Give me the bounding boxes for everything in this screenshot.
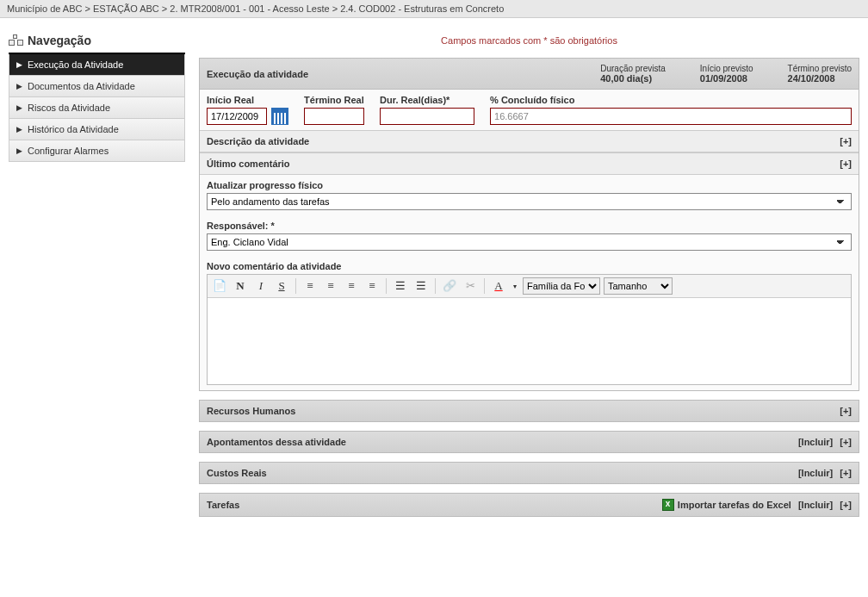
label-concluido: % Concluído físico	[490, 95, 852, 105]
panel-apontamentos: Apontamentos dessa atividade [Incluir] […	[199, 431, 859, 453]
bold-icon[interactable]: N	[232, 277, 249, 295]
nav-label: Histórico da Atividade	[28, 124, 119, 134]
dur-real-input[interactable]	[380, 108, 474, 125]
termino-real-input[interactable]	[304, 108, 364, 125]
link-icon[interactable]: 🔗	[441, 277, 458, 295]
excel-icon	[662, 499, 674, 511]
meta-label: Término previsto	[788, 64, 852, 73]
triangle-icon: ▶	[16, 146, 22, 155]
nav-item-historico[interactable]: ▶ Histórico da Atividade	[9, 119, 185, 140]
align-left-icon[interactable]: ≡	[301, 277, 319, 295]
nav-item-riscos[interactable]: ▶ Riscos da Atividade	[9, 97, 185, 119]
atualizar-select[interactable]: Pelo andamento das tarefas	[207, 193, 852, 210]
text-color-icon[interactable]: A	[490, 277, 507, 295]
meta-value: 01/09/2008	[700, 73, 753, 84]
nav-label: Execução da Atividade	[28, 59, 123, 70]
align-center-icon[interactable]: ≡	[322, 277, 339, 295]
meta-value: 24/10/2008	[788, 73, 852, 84]
expand-icon[interactable]: [+]	[840, 406, 852, 416]
nav-label: Configurar Alarmes	[28, 146, 108, 156]
sidebar: Navegação ▶ Execução da Atividade ▶ Docu…	[9, 30, 185, 525]
calendar-icon[interactable]	[271, 108, 288, 125]
panel-header-execucao: Execução da atividade Duração prevista 4…	[200, 59, 859, 90]
text-color-dropdown-icon[interactable]: ▾	[511, 277, 519, 295]
italic-icon[interactable]: I	[252, 277, 270, 295]
label-inicio-real: Início Real	[207, 95, 288, 105]
sub-title: Descrição da atividade	[207, 136, 309, 146]
align-right-icon[interactable]: ≡	[343, 277, 360, 295]
label-responsavel: Responsável: *	[207, 221, 852, 231]
meta-label: Duração prevista	[600, 64, 666, 73]
org-chart-icon	[9, 34, 22, 47]
triangle-icon: ▶	[16, 82, 22, 90]
expand-icon[interactable]: [+]	[840, 468, 852, 478]
panel-tarefas: Tarefas Importar tarefas do Excel [Inclu…	[199, 493, 859, 517]
editor-textarea[interactable]	[208, 298, 851, 384]
breadcrumb: Município de ABC > ESTAÇÃO ABC > 2. MTR2…	[0, 0, 868, 18]
meta-value: 40,00 dia(s)	[600, 73, 666, 84]
panel-title: Execução da atividade	[207, 69, 308, 79]
editor-toolbar: 📄 N I S ≡ ≡ ≡ ≡ ☰ ☰ 🔗 ✂	[208, 275, 851, 298]
expand-icon[interactable]: [+]	[840, 437, 852, 447]
bullet-list-icon[interactable]: ☰	[392, 277, 409, 295]
nav-label: Riscos da Atividade	[28, 103, 110, 113]
new-doc-icon[interactable]: 📄	[211, 277, 228, 295]
align-justify-icon[interactable]: ≡	[363, 277, 381, 295]
nav-item-execucao[interactable]: ▶ Execução da Atividade	[9, 54, 185, 76]
expand-icon[interactable]: [+]	[840, 136, 852, 146]
nav-label: Documentos da Atividade	[28, 81, 135, 91]
incluir-link[interactable]: [Incluir]	[798, 437, 833, 447]
label-termino-real: Término Real	[304, 95, 364, 105]
panel-custos-reais: Custos Reais [Incluir] [+]	[199, 462, 859, 484]
incluir-link[interactable]: [Incluir]	[798, 468, 833, 478]
sub-ultimo-comentario[interactable]: Último comentário [+]	[200, 152, 859, 175]
triangle-icon: ▶	[16, 125, 22, 134]
label-atualizar: Atualizar progresso físico	[207, 180, 852, 190]
triangle-icon: ▶	[16, 60, 22, 69]
panel-title: Tarefas	[207, 500, 239, 510]
panel-execucao: Execução da atividade Duração prevista 4…	[199, 58, 859, 391]
expand-icon[interactable]: [+]	[840, 500, 852, 510]
sub-descricao[interactable]: Descrição da atividade [+]	[200, 130, 859, 152]
label-novo-comentario: Novo comentário da atividade	[207, 261, 852, 271]
triangle-icon: ▶	[16, 103, 22, 112]
number-list-icon[interactable]: ☰	[412, 277, 430, 295]
nav-item-configurar-alarmes[interactable]: ▶ Configurar Alarmes	[9, 140, 185, 162]
import-excel-link[interactable]: Importar tarefas do Excel	[662, 499, 791, 511]
rich-text-editor: 📄 N I S ≡ ≡ ≡ ≡ ☰ ☰ 🔗 ✂	[207, 274, 852, 385]
expand-icon[interactable]: [+]	[840, 159, 852, 169]
font-size-select[interactable]: Tamanho	[604, 277, 673, 295]
panel-title: Recursos Humanos	[207, 406, 295, 416]
nav-item-documentos[interactable]: ▶ Documentos da Atividade	[9, 76, 185, 97]
sub-title: Último comentário	[207, 159, 290, 169]
panel-title: Custos Reais	[207, 468, 267, 478]
required-fields-note: Campos marcados com * são obrigatórios	[199, 30, 859, 58]
font-family-select[interactable]: Família da Fon	[523, 277, 600, 295]
unlink-icon[interactable]: ✂	[462, 277, 479, 295]
responsavel-select[interactable]: Eng. Ciclano Vidal	[207, 233, 852, 251]
label-dur-real: Dur. Real(dias)*	[380, 95, 474, 105]
underline-icon[interactable]: S	[273, 277, 290, 295]
main-content: Campos marcados com * são obrigatórios E…	[199, 30, 859, 525]
sidebar-title: Navegação	[9, 30, 185, 54]
panel-recursos-humanos: Recursos Humanos [+]	[199, 400, 859, 422]
inicio-real-input[interactable]	[207, 108, 267, 125]
panel-title: Apontamentos dessa atividade	[207, 437, 346, 447]
incluir-link[interactable]: [Incluir]	[798, 500, 833, 510]
meta-label: Início previsto	[700, 64, 753, 73]
concluido-input	[490, 108, 852, 125]
